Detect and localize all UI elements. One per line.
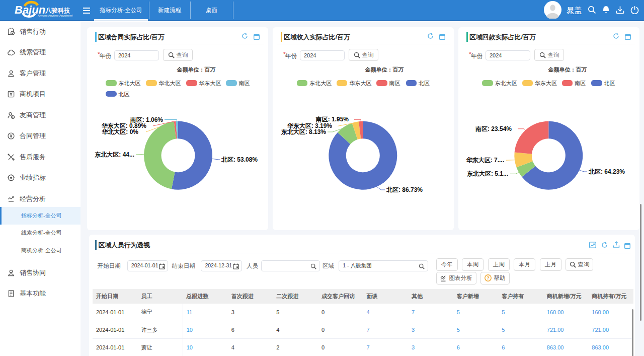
svg-text:?: ? [487, 275, 490, 280]
svg-text:八骏科技: 八骏科技 [45, 7, 70, 14]
svg-text:北区: 64.23%: 北区: 64.23% [588, 168, 625, 175]
svg-text:华北大区: 0%: 华北大区: 0% [101, 128, 138, 135]
svg-text:华东大区: 7....: 华东大区: 7.... [466, 157, 504, 164]
svg-text:北区: 86.73%: 北区: 86.73% [386, 186, 423, 193]
svg-text:北区: 53.08%: 北区: 53.08% [221, 156, 258, 163]
svg-text:东北大区: 44...: 东北大区: 44... [94, 151, 134, 158]
svg-text:Anyone,Anytime,Anywhere!: Anyone,Anytime,Anywhere! [38, 14, 73, 17]
svg-text:东北大区: 5.1...: 东北大区: 5.1... [466, 170, 508, 177]
svg-text:东北大区: 8.13%: 东北大区: 8.13% [281, 128, 327, 135]
svg-text:南区: 1.95%: 南区: 1.95% [315, 116, 349, 123]
svg-text:南区: 23.54%: 南区: 23.54% [475, 125, 512, 132]
